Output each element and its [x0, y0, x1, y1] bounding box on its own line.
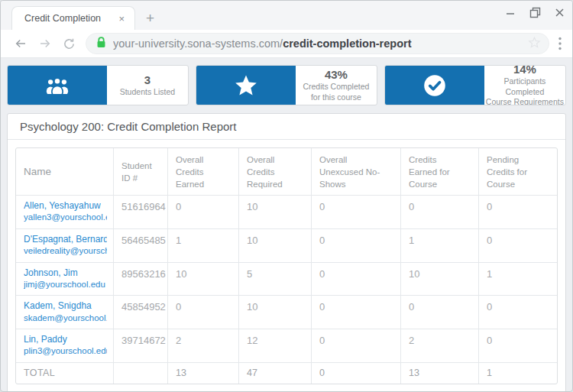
cell-course-earned: 10	[401, 263, 479, 296]
cell-student-id: 45854952	[114, 296, 168, 329]
url-bar[interactable]: your-university.sona-systems.com/credit-…	[86, 33, 549, 54]
cell-noshows: 0	[312, 263, 401, 296]
restore-icon[interactable]	[529, 7, 541, 18]
tab-strip: Credit Completion × +	[1, 1, 572, 30]
student-name-link[interactable]: Allen, Yeshayahuw	[24, 199, 107, 212]
cell-overall-required: 10	[239, 196, 312, 229]
cell-overall-earned: 2	[168, 329, 239, 363]
cell-course-earned: 1	[401, 229, 479, 263]
stat-card-participants: 14% Participants Completed Course Requir…	[384, 65, 566, 105]
forward-icon[interactable]	[38, 37, 52, 50]
cell-pending: 0	[479, 229, 557, 263]
cell-noshows: 0	[312, 229, 401, 263]
student-name-link[interactable]: D'Espagnat, Bernard	[24, 233, 107, 245]
cell-noshows: 0	[312, 296, 401, 329]
table-header-row: Name Student ID # Overall Credits Earned…	[16, 148, 557, 196]
check-icon	[385, 66, 484, 105]
col-student-id: Student ID #	[114, 148, 168, 196]
cell-overall-earned: 0	[168, 196, 239, 229]
cell-overall-required: 10	[239, 296, 312, 329]
close-tab-icon[interactable]: ×	[116, 13, 127, 24]
cell-overall-earned: 0	[168, 296, 239, 329]
cell-course-earned: 0	[401, 296, 479, 329]
col-noshows: Overall Unexcused No-Shows	[312, 148, 401, 196]
student-email-link[interactable]: veiledreality@yourschool.edu	[24, 245, 107, 258]
browser-window: Credit Completion × +	[0, 0, 573, 392]
student-name-link[interactable]: Kadem, Snigdha	[24, 300, 107, 312]
cell-student-id: 51616964	[114, 196, 168, 229]
stat-label: Credits Completed for this course	[303, 82, 369, 102]
student-email-link[interactable]: yallen3@yourschool.edu	[24, 212, 107, 224]
lock-icon	[96, 36, 107, 52]
credit-table: Name Student ID # Overall Credits Earned…	[15, 147, 558, 384]
stat-cards: 3 Students Listed 43% Credits Completed …	[1, 58, 572, 105]
browser-toolbar: your-university.sona-systems.com/credit-…	[1, 30, 572, 58]
total-pending: 1	[479, 363, 557, 384]
student-email-link[interactable]: jimj@yourschool.edu	[24, 279, 107, 291]
table-row: D'Espagnat, Bernardveiledreality@yoursch…	[16, 229, 557, 263]
stat-value: 14%	[513, 65, 536, 76]
page-title: Psychology 200: Credit Completion Report	[8, 114, 565, 140]
cell-pending: 1	[479, 263, 557, 296]
cell-student-id: 89563216	[114, 263, 168, 296]
student-email-link[interactable]: skadem@yourschool.edu	[24, 313, 107, 325]
menu-kebab-icon[interactable]	[555, 37, 565, 50]
new-tab-icon[interactable]: +	[146, 11, 154, 25]
bookmark-star-icon[interactable]	[528, 36, 541, 52]
minimize-icon[interactable]	[505, 8, 516, 18]
cell-student-id: 56465485	[114, 229, 168, 263]
url-text: your-university.sona-systems.com/credit-…	[113, 37, 528, 50]
col-name: Name	[16, 148, 114, 196]
users-icon	[8, 66, 107, 105]
stat-value: 43%	[325, 68, 348, 82]
total-course-earned: 13	[401, 363, 479, 384]
total-label: TOTAL	[16, 363, 114, 384]
total-student-id	[114, 363, 168, 384]
tab-title: Credit Completion	[24, 13, 116, 24]
total-overall-required: 47	[239, 363, 312, 384]
stat-value: 3	[144, 73, 151, 87]
cell-overall-earned: 1	[168, 229, 239, 263]
back-icon[interactable]	[14, 37, 28, 50]
cell-noshows: 0	[312, 329, 401, 363]
star-icon	[196, 66, 296, 105]
stat-card-credits: 43% Credits Completed for this course	[196, 65, 377, 105]
col-pending: Pending Credits for Course	[479, 148, 557, 196]
cell-overall-required: 10	[239, 229, 312, 263]
cell-pending: 0	[479, 196, 557, 229]
tab-credit-completion[interactable]: Credit Completion ×	[11, 6, 135, 30]
reload-icon[interactable]	[63, 37, 76, 50]
cell-student-id: 39714672	[114, 329, 168, 363]
col-overall-required: Overall Credits Required	[239, 148, 312, 196]
table-row: Allen, Yeshayahuwyallen3@yourschool.edu …	[16, 196, 557, 229]
stat-card-students: 3 Students Listed	[7, 65, 189, 105]
stat-label: Students Listed	[120, 87, 175, 98]
table-total-row: TOTAL 13 47 0 13 1	[16, 363, 557, 384]
table-row: Lin, Paddyplin3@yourschool.edu 39714672 …	[16, 329, 557, 363]
stat-label: Participants Completed Course Requiremen…	[486, 76, 564, 105]
total-noshows: 0	[312, 363, 401, 384]
cell-pending: 0	[479, 329, 557, 363]
report-panel: Psychology 200: Credit Completion Report…	[7, 113, 566, 392]
url-path: credit-completion-report	[283, 37, 411, 50]
col-overall-earned: Overall Credits Earned	[168, 148, 239, 196]
col-course-earned: Credits Earned for Course	[401, 148, 479, 196]
table-row: Kadem, Snigdhaskadem@yourschool.edu 4585…	[16, 296, 557, 329]
table-row: Johnson, Jimjimj@yourschool.edu 89563216…	[16, 263, 557, 296]
cell-course-earned: 0	[401, 196, 479, 229]
cell-noshows: 0	[312, 196, 401, 229]
cell-overall-required: 5	[239, 263, 312, 296]
student-name-link[interactable]: Lin, Paddy	[24, 333, 107, 345]
cell-overall-earned: 10	[168, 263, 239, 296]
student-email-link[interactable]: plin3@yourschool.edu	[24, 345, 107, 358]
close-window-icon[interactable]	[555, 8, 565, 18]
student-name-link[interactable]: Johnson, Jim	[24, 267, 107, 279]
total-overall-earned: 13	[168, 363, 239, 384]
cell-course-earned: 2	[401, 329, 479, 363]
cell-pending: 0	[479, 296, 557, 329]
cell-overall-required: 12	[239, 329, 312, 363]
